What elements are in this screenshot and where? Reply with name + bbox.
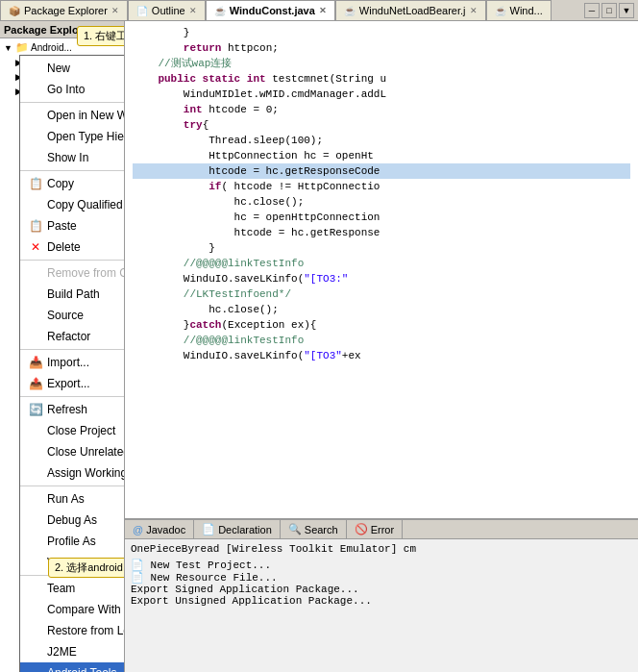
- code-line-20: WinduIO.saveLKinfo("[TO3"+ex: [133, 348, 630, 363]
- menu-android-tools[interactable]: Android Tools ▶ 📄 New Test Project...: [20, 662, 125, 672]
- toolbar-buttons: ─ □ ▼: [580, 0, 638, 20]
- code-line-19: }catch(Exception ex){: [133, 317, 630, 333]
- menu-open-new-window-label: Open in New Window: [47, 109, 125, 122]
- menu-team[interactable]: Team ▶: [20, 578, 125, 599]
- menu-delete[interactable]: ✕ Delete Delete: [20, 236, 125, 258]
- tab-windunetload[interactable]: ☕ WinduNetLoadBearer.j ✕: [335, 0, 486, 20]
- maximize-btn[interactable]: □: [601, 3, 617, 18]
- menu-refactor-label: Refactor: [47, 330, 90, 343]
- close-project-icon: [28, 423, 43, 438]
- copy-qualified-icon: [28, 197, 43, 212]
- menu-import[interactable]: 📥 Import...: [20, 352, 125, 373]
- menu-close-project-label: Close Project: [47, 424, 115, 437]
- menu-close-unrelated[interactable]: Close Unrelated Projects: [20, 441, 125, 462]
- code-text-comment2: //@@@@@linkTestInfo: [133, 256, 304, 271]
- menu-build-path[interactable]: Build Path ▶: [20, 284, 125, 305]
- menu-open-new-window[interactable]: Open in New Window: [20, 105, 125, 126]
- menu-source[interactable]: Source Alt+Shift+S ▶: [20, 305, 125, 326]
- annotation-2: 2. 选择android Tools: [48, 558, 125, 578]
- code-line-comment3: //LKTestInfoend*/: [133, 286, 630, 302]
- new-test-project-bottom-icon: 📄: [131, 560, 144, 571]
- menu-export[interactable]: 📤 Export...: [20, 373, 125, 394]
- build-path-icon: [28, 286, 43, 302]
- bottom-tab-declaration[interactable]: 📄 Declaration: [194, 520, 281, 538]
- menu-refresh[interactable]: 🔄 Refresh F5: [20, 399, 125, 420]
- menu-restore-local[interactable]: Restore from Local History...: [20, 620, 125, 641]
- code-text-10: HttpConnection hc = openHt: [133, 148, 374, 163]
- menu-assign-working-sets[interactable]: Assign Working Sets...: [20, 462, 125, 484]
- tab-outline[interactable]: 📄 Outline ✕: [128, 0, 206, 20]
- error-icon: 🚫: [355, 523, 368, 535]
- menu-open-type-hierarchy[interactable]: Open Type Hierarchy F4: [20, 126, 125, 147]
- close-unrelated-icon: [28, 444, 43, 460]
- menu-remove-context[interactable]: Remove from Context Ctrl+Alt+Shift+Down: [20, 262, 125, 284]
- tab-package-explorer-label: Package Explorer: [24, 5, 108, 16]
- profile-as-icon: [28, 534, 43, 549]
- menu-debug-as[interactable]: Debug As ▶: [20, 510, 125, 531]
- code-line-13: hc.close();: [133, 194, 630, 210]
- tab-winduconstjava-label: WinduConst.java: [230, 5, 315, 16]
- tree-label-android: Android...: [31, 42, 72, 53]
- menu-refactor[interactable]: Refactor Alt+Shift+T ▶: [20, 326, 125, 347]
- delete-icon: ✕: [28, 239, 43, 255]
- menu-assign-working-sets-label: Assign Working Sets...: [47, 466, 125, 480]
- code-line-17: WinduIO.saveLKinfo("[TO3:": [133, 271, 630, 286]
- search-icon: 🔍: [288, 523, 302, 535]
- tab-winduconstjava[interactable]: ☕ WinduConst.java ✕: [206, 0, 335, 20]
- menu-j2me-label: J2ME: [47, 645, 77, 659]
- menu-copy-qualified-label: Copy Qualified Name: [47, 198, 125, 212]
- menu-paste[interactable]: 📋 Paste Ctrl+V: [20, 215, 125, 236]
- menu-close-project[interactable]: Close Project: [20, 420, 125, 441]
- code-text-1: }: [133, 25, 189, 40]
- context-menu-overlay: New ▶ Go Into Open in New Window: [19, 55, 125, 672]
- run-as-icon: [28, 491, 43, 507]
- menu-copy-label: Copy: [47, 177, 74, 190]
- code-editor[interactable]: } return httpcon; //测试wap连接 public stati…: [125, 21, 638, 518]
- winduconstjava-icon: ☕: [214, 6, 226, 16]
- menu-profile-as[interactable]: Profile As ▶: [20, 531, 125, 552]
- code-line-18: hc.close();: [133, 302, 630, 317]
- bottom-content-2: New Test Project...: [151, 560, 271, 571]
- validate-icon: [28, 555, 43, 570]
- outline-icon: 📄: [136, 6, 148, 16]
- tab-close-icon[interactable]: ✕: [111, 6, 119, 15]
- code-text-6: WinduMIDlet.wMID.cmdManager.addL: [133, 87, 386, 102]
- menu-compare-with-label: Compare With: [47, 603, 121, 616]
- minimize-btn[interactable]: ─: [584, 3, 600, 18]
- menu-gointo[interactable]: Go Into: [20, 79, 125, 100]
- tab-wind[interactable]: ☕ Wind...: [486, 0, 552, 20]
- tab-package-explorer[interactable]: 📦 Package Explorer ✕: [0, 0, 128, 20]
- bottom-tab-search[interactable]: 🔍 Search: [281, 520, 347, 538]
- bottom-panel: @ Javadoc 📄 Declaration 🔍 Search 🚫 Error: [125, 518, 638, 672]
- menu-run-as[interactable]: Run As ▶: [20, 488, 125, 510]
- tab-windunetload-close-icon[interactable]: ✕: [470, 6, 478, 15]
- menu-new[interactable]: New ▶: [20, 58, 125, 79]
- assign-working-sets-icon: [28, 465, 43, 481]
- bottom-content: OnePieceByread [Wireless Toolkit Emulato…: [125, 539, 638, 610]
- code-text-13: hc.close();: [133, 194, 304, 210]
- menu-team-label: Team: [47, 582, 75, 595]
- bottom-tabs: @ Javadoc 📄 Declaration 🔍 Search 🚫 Error: [125, 520, 638, 539]
- tab-winduconstjava-close-icon[interactable]: ✕: [319, 6, 327, 15]
- import-icon: 📥: [28, 355, 43, 370]
- show-in-icon: [28, 150, 43, 165]
- bottom-tab-error[interactable]: 🚫 Error: [347, 520, 403, 538]
- code-text-18: hc.close();: [133, 302, 279, 317]
- menu-show-in[interactable]: Show In Alt+Shift+W ▶: [20, 147, 125, 168]
- menu-debug-as-label: Debug As: [47, 513, 97, 527]
- menu-j2me[interactable]: J2ME ▶: [20, 641, 125, 662]
- menu-new-label: New: [47, 62, 70, 75]
- code-text-comment1: //测试wap连接: [133, 56, 232, 71]
- code-text-11: htcode = hc.getResponseCode: [133, 163, 380, 179]
- menu-btn[interactable]: ▼: [619, 3, 634, 18]
- bottom-text-2: 📄 New Test Project...: [131, 559, 632, 571]
- wind-icon: ☕: [495, 6, 506, 16]
- menu-compare-with[interactable]: Compare With ▶: [20, 599, 125, 620]
- menu-copy[interactable]: 📋 Copy Ctrl+C: [20, 173, 125, 194]
- declaration-icon: 📄: [202, 523, 215, 535]
- bottom-tab-javadoc[interactable]: @ Javadoc: [125, 520, 194, 538]
- code-text-7: int htcode = 0;: [133, 102, 279, 117]
- menu-copy-qualified[interactable]: Copy Qualified Name: [20, 194, 125, 215]
- menu-show-in-label: Show In: [47, 151, 88, 164]
- tab-outline-close-icon[interactable]: ✕: [189, 6, 197, 15]
